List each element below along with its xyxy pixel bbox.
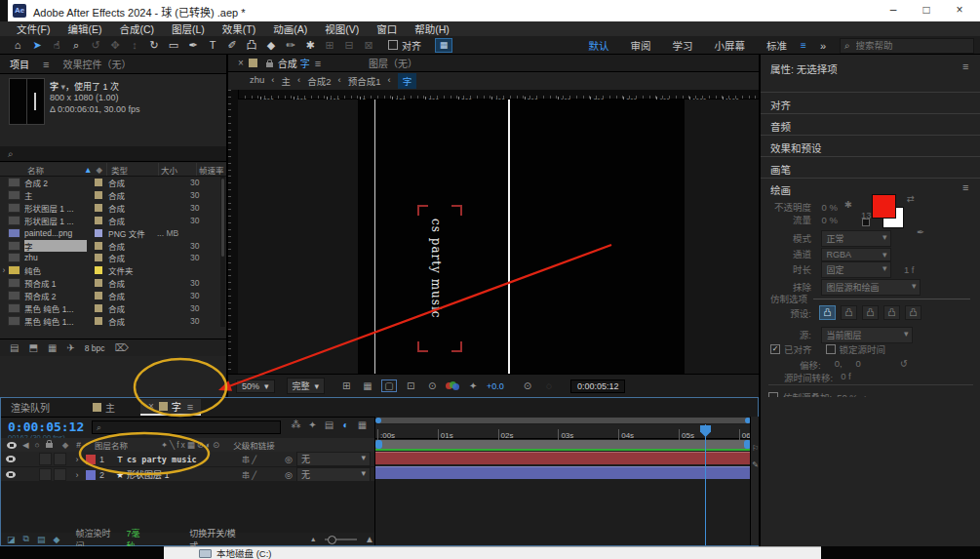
- timeline-zoom-slider[interactable]: [325, 539, 357, 540]
- shy-layers-icon[interactable]: ✦: [305, 419, 320, 430]
- index-column[interactable]: #: [76, 440, 81, 450]
- panel-menu-icon[interactable]: ≡: [315, 58, 321, 69]
- layer-duration-bar[interactable]: [375, 466, 751, 479]
- region-of-interest-icon[interactable]: [403, 380, 418, 391]
- puppet-pin-tool-icon[interactable]: ✱: [300, 37, 320, 54]
- quality-switch-icon[interactable]: 串 ╱: [242, 469, 285, 480]
- timeline-layer-row[interactable]: › 1 T cs party music 串 ╱ ◎ 无▾: [1, 452, 374, 467]
- zoom-tool-icon[interactable]: ⌕: [66, 37, 86, 54]
- column-type[interactable]: 类型: [107, 164, 158, 176]
- tab-composition[interactable]: 合成 字: [278, 56, 310, 70]
- pickwhip-icon[interactable]: ◎: [285, 455, 296, 464]
- label-color-swatch[interactable]: [95, 242, 102, 250]
- tab-comp-main[interactable]: 主: [93, 400, 115, 415]
- timeline-search[interactable]: ⌕: [92, 420, 281, 434]
- hand-tool-icon[interactable]: ☝: [47, 37, 66, 54]
- project-item-row[interactable]: zhu 合成 30: [0, 252, 220, 264]
- time-ruler[interactable]: :00s01s02s03s04s05s06s: [375, 424, 751, 439]
- menu-item[interactable]: 帮助(H): [406, 21, 458, 36]
- delete-icon[interactable]: ⌦: [115, 342, 129, 353]
- grid-guides-options-icon[interactable]: [338, 380, 354, 391]
- zoom-out-mountain-icon[interactable]: ▲: [310, 536, 317, 542]
- label-column-icon[interactable]: ◆: [62, 440, 69, 450]
- item-name[interactable]: 合成 2: [24, 177, 87, 188]
- label-color-swatch[interactable]: [95, 279, 102, 287]
- clone-preset-icon[interactable]: 凸: [819, 305, 836, 320]
- close-tab-icon[interactable]: ×: [148, 401, 154, 412]
- solo-column-icon[interactable]: ○: [35, 440, 40, 450]
- expand-parent-pane-icon[interactable]: ◆: [53, 535, 59, 544]
- column-name[interactable]: 名称: [27, 164, 84, 176]
- section-paint[interactable]: 绘画: [770, 182, 791, 197]
- item-name[interactable]: 预合成 2: [24, 290, 87, 301]
- panel-menu-icon[interactable]: ≡: [187, 401, 193, 413]
- quality-switch-icon[interactable]: 串 ╱: [242, 454, 285, 464]
- workspace-menu-icon[interactable]: ≡: [801, 40, 806, 51]
- selection-tool-icon[interactable]: ➤: [27, 37, 47, 54]
- frame-blending-icon[interactable]: ▤: [322, 419, 336, 430]
- reset-offset-icon[interactable]: ↺: [900, 358, 908, 372]
- dolly-camera-tool-icon[interactable]: ↕: [125, 37, 144, 54]
- home-tool-icon[interactable]: ⌂: [8, 37, 27, 54]
- column-fps[interactable]: 帧速率: [197, 164, 224, 176]
- breadcrumb-item[interactable]: 主: [282, 74, 292, 88]
- text-layer-content[interactable]: cs party music: [429, 219, 443, 355]
- item-name[interactable]: 纯色: [24, 264, 87, 276]
- snapshot-camera-icon[interactable]: ⊙: [520, 380, 535, 391]
- eraser-tool-icon[interactable]: ◆: [261, 37, 281, 54]
- interpret-footage-icon[interactable]: ▤: [10, 342, 19, 353]
- label-color-swatch[interactable]: [95, 304, 102, 312]
- clone-preset-icon[interactable]: 凸: [905, 305, 921, 320]
- bpc-button[interactable]: 8 bpc: [85, 343, 105, 353]
- roto-brush-tool-icon[interactable]: ✏: [281, 37, 300, 54]
- lock-source-time-checkbox[interactable]: [826, 344, 836, 354]
- column-parent[interactable]: 父级和链接: [233, 439, 275, 451]
- pen-tool-icon[interactable]: ✒: [183, 37, 203, 54]
- exposure-value[interactable]: +0.0: [487, 381, 504, 391]
- audio-column-icon[interactable]: ◀: [22, 440, 29, 450]
- label-color-swatch[interactable]: [95, 317, 102, 325]
- breadcrumb-item[interactable]: 合成2: [307, 74, 331, 88]
- section-audio[interactable]: 音频: [770, 119, 791, 134]
- magnification-select[interactable]: 50%▾: [236, 379, 275, 393]
- zoom-in-mountain-icon[interactable]: ▲: [365, 534, 374, 544]
- viewer-timecode[interactable]: 0:00:05:12: [570, 379, 626, 393]
- tab-effect-controls[interactable]: 效果控件（无）: [62, 57, 131, 71]
- zoom-slider-knob[interactable]: [328, 536, 336, 544]
- layer-name[interactable]: 形状图层 1: [127, 468, 242, 481]
- foreground-color-swatch[interactable]: [872, 194, 896, 219]
- world-axis-mode-icon[interactable]: ⊟: [339, 37, 359, 54]
- breadcrumb-item[interactable]: ‹: [337, 74, 340, 88]
- tab-project[interactable]: 项目: [10, 57, 29, 71]
- explorer-strip[interactable]: 本地磁盘 (C:): [164, 546, 821, 559]
- pan-camera-tool-icon[interactable]: ✥: [105, 37, 125, 54]
- rotation-tool-icon[interactable]: ↻: [144, 37, 164, 54]
- source-time-value[interactable]: 0 f: [841, 371, 851, 384]
- panel-menu-icon[interactable]: ≡: [962, 181, 968, 193]
- layer-label-color[interactable]: [86, 455, 96, 464]
- project-item-row[interactable]: 黑色 纯色 1... 合成 30: [0, 301, 220, 314]
- expand-transfer-pane-icon[interactable]: ▤: [37, 535, 46, 544]
- close-button[interactable]: ×: [943, 0, 976, 21]
- item-name[interactable]: 黑色 纯色 1...: [24, 315, 87, 327]
- breadcrumb-item-active[interactable]: 字: [398, 73, 417, 89]
- new-composition-icon[interactable]: ▦: [48, 342, 57, 353]
- clone-source-select[interactable]: 当前图层▾: [821, 327, 913, 343]
- parent-select[interactable]: 无▾: [296, 452, 371, 466]
- label-color-swatch[interactable]: [95, 229, 102, 237]
- label-color-swatch[interactable]: [95, 292, 102, 299]
- help-search-input[interactable]: [854, 39, 956, 52]
- project-scrollbar[interactable]: [220, 177, 225, 327]
- brush-tool-icon[interactable]: ✐: [222, 37, 242, 54]
- breadcrumb-item[interactable]: ‹: [297, 74, 300, 88]
- motion-blur-icon[interactable]: ◐: [338, 419, 353, 430]
- resolution-gear-icon[interactable]: ✦: [465, 380, 481, 391]
- composition-canvas[interactable]: cs party music: [238, 100, 759, 374]
- eye-icon[interactable]: [6, 471, 16, 478]
- project-item-row[interactable]: 黑色 纯色 1... 合成 30: [0, 314, 220, 327]
- aligned-checkbox[interactable]: ✓: [770, 344, 780, 354]
- lock-icon[interactable]: [266, 62, 273, 67]
- item-name[interactable]: 形状图层 1 ...: [24, 215, 87, 226]
- mask-visibility-icon[interactable]: [381, 379, 397, 392]
- expand-render-pane-icon[interactable]: ⧉: [23, 534, 29, 544]
